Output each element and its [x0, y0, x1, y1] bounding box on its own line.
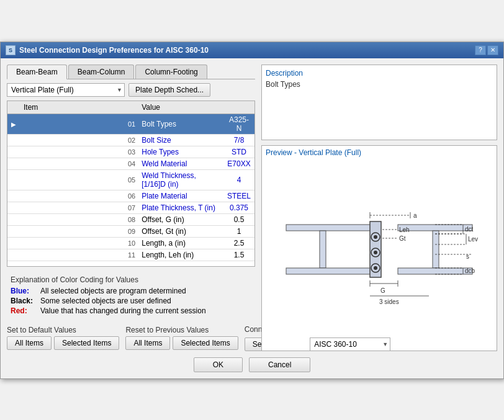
row-number: 06 — [20, 190, 138, 202]
main-window: S Steel Connection Design Preferences fo… — [0, 42, 504, 379]
row-value: 1.5 — [223, 249, 254, 261]
reset-group: Reset to Previous Values All Items Selec… — [125, 326, 238, 350]
color-row-black: Black: Some selected objects are user de… — [11, 297, 251, 305]
svg-rect-1 — [320, 231, 326, 268]
preview-box: Preview - Vertical Plate (Full) — [261, 145, 497, 351]
row-number: 10 — [20, 237, 138, 249]
row-item: Offset, G (in) — [138, 213, 223, 225]
table-row[interactable]: 07Plate Thickness, T (in)0.375 — [7, 202, 254, 213]
row-value: STD — [223, 146, 254, 158]
color-desc-black: Some selected objects are user defined — [40, 297, 171, 305]
left-panel: Beam-Beam Beam-Column Column-Footing Ver… — [7, 65, 255, 351]
svg-text:dcb: dcb — [465, 267, 475, 274]
row-arrow — [7, 202, 20, 213]
row-value: 4 — [223, 169, 254, 190]
row-item: Length, a (in) — [138, 237, 223, 249]
col-header-value: Value — [138, 101, 223, 114]
row-arrow — [7, 169, 20, 190]
plate-depth-schedule-button[interactable]: Plate Depth Sched... — [128, 83, 210, 97]
right-panel: Description Bolt Types Preview - Vertica… — [261, 65, 497, 351]
svg-rect-2 — [286, 268, 373, 274]
preferences-table: Item Value ▶01Bolt TypesA325-N02Bolt Siz… — [7, 101, 254, 261]
reset-all-items-button[interactable]: All Items — [125, 336, 170, 350]
app-icon: S — [6, 45, 16, 55]
design-code-select-wrapper: AISC 360-10 AISC 360-05 ▼ — [310, 337, 390, 351]
row-value: 7/8 — [223, 134, 254, 146]
tab-beam-beam[interactable]: Beam-Beam — [7, 65, 67, 79]
svg-text:s: s — [466, 253, 469, 260]
table-row[interactable]: 08Offset, G (in)0.5 — [7, 213, 254, 225]
color-row-red: Red: Value that has changed during the c… — [11, 306, 251, 315]
design-code-select[interactable]: AISC 360-10 AISC 360-05 — [310, 337, 390, 351]
set-default-selected-items-button[interactable]: Selected Items — [54, 336, 119, 350]
row-arrow — [7, 225, 20, 237]
reset-selected-items-button[interactable]: Selected Items — [173, 336, 238, 350]
description-content: Bolt Types — [266, 80, 493, 136]
row-arrow — [7, 237, 20, 249]
row-number: 02 — [20, 134, 138, 146]
table-row[interactable]: ▶01Bolt TypesA325-N — [7, 114, 254, 134]
tab-bar: Beam-Beam Beam-Column Column-Footing — [7, 65, 255, 79]
row-item: Bolt Types — [138, 114, 223, 134]
row-item: Bolt Size — [138, 134, 223, 146]
col-header-arrow — [7, 101, 20, 114]
help-button[interactable]: ? — [475, 45, 486, 55]
tab-beam-column[interactable]: Beam-Column — [68, 65, 135, 79]
row-item: Weld Material — [138, 158, 223, 169]
description-title: Description — [266, 69, 493, 78]
row-value: 1 — [223, 225, 254, 237]
row-number: 11 — [20, 249, 138, 261]
table-row[interactable]: 06Plate MaterialSTEEL — [7, 190, 254, 202]
svg-rect-5 — [398, 268, 472, 274]
row-number: 01 — [20, 114, 138, 134]
color-coding-section: Explanation of Color Coding for Values B… — [7, 272, 255, 320]
table-row[interactable]: 05Weld Thickness, [1/16]D (in)4 — [7, 169, 254, 190]
connection-type-select[interactable]: Vertical Plate (Full) Vertical Plate (Pa… — [7, 83, 125, 97]
svg-text:Leh: Leh — [399, 226, 410, 233]
dialog-buttons: OK Cancel — [7, 357, 497, 372]
close-button[interactable]: ✕ — [487, 45, 498, 55]
preferences-table-container: Item Value ▶01Bolt TypesA325-N02Bolt Siz… — [7, 101, 255, 267]
row-value: A325-N — [223, 114, 254, 134]
row-item: Offset, Gt (in) — [138, 225, 223, 237]
svg-rect-4 — [433, 231, 439, 268]
row-number: 07 — [20, 202, 138, 213]
svg-point-12 — [374, 266, 377, 270]
row-value: 0.375 — [223, 202, 254, 213]
table-row[interactable]: 11Length, Leh (in)1.5 — [7, 249, 254, 261]
title-bar-left: S Steel Connection Design Preferences fo… — [6, 45, 209, 55]
row-arrow — [7, 213, 20, 225]
svg-text:3 sides: 3 sides — [379, 298, 399, 305]
cancel-button[interactable]: Cancel — [249, 357, 310, 372]
table-row[interactable]: 04Weld MaterialE70XX — [7, 158, 254, 169]
preview-title: Preview - Vertical Plate (Full) — [262, 146, 497, 159]
connection-type-select-wrapper: Vertical Plate (Full) Vertical Plate (Pa… — [7, 83, 125, 97]
row-item: Plate Material — [138, 190, 223, 202]
color-desc-red: Value that has changed during the curren… — [40, 306, 206, 315]
tab-column-footing[interactable]: Column-Footing — [135, 65, 207, 79]
color-label-red: Red: — [11, 306, 35, 315]
ok-button[interactable]: OK — [194, 357, 243, 372]
table-row[interactable]: 10Length, a (in)2.5 — [7, 237, 254, 249]
preview-area: a Leh Gt dct — [262, 159, 497, 333]
set-default-all-items-button[interactable]: All Items — [7, 336, 52, 350]
svg-text:Lev: Lev — [468, 236, 478, 243]
table-row[interactable]: 09Offset, Gt (in)1 — [7, 225, 254, 237]
row-arrow — [7, 146, 20, 158]
set-default-label: Set to Default Values — [7, 326, 119, 334]
table-row[interactable]: 02Bolt Size7/8 — [7, 134, 254, 146]
svg-rect-0 — [286, 225, 373, 231]
toolbar: Vertical Plate (Full) Vertical Plate (Pa… — [7, 83, 255, 97]
col-header-scroll — [223, 101, 254, 114]
preview-svg: a Leh Gt dct — [274, 163, 485, 330]
color-desc-blue: All selected objects are program determi… — [40, 287, 186, 295]
row-arrow — [7, 190, 20, 202]
row-value: 0.5 — [223, 213, 254, 225]
set-default-btn-pair: All Items Selected Items — [7, 336, 119, 350]
bottom-section: Set to Default Values All Items Selected… — [7, 325, 255, 351]
reset-btn-pair: All Items Selected Items — [125, 336, 238, 350]
table-row[interactable]: 03Hole TypesSTD — [7, 146, 254, 158]
row-number: 09 — [20, 225, 138, 237]
row-number: 05 — [20, 169, 138, 190]
svg-point-10 — [374, 251, 377, 254]
